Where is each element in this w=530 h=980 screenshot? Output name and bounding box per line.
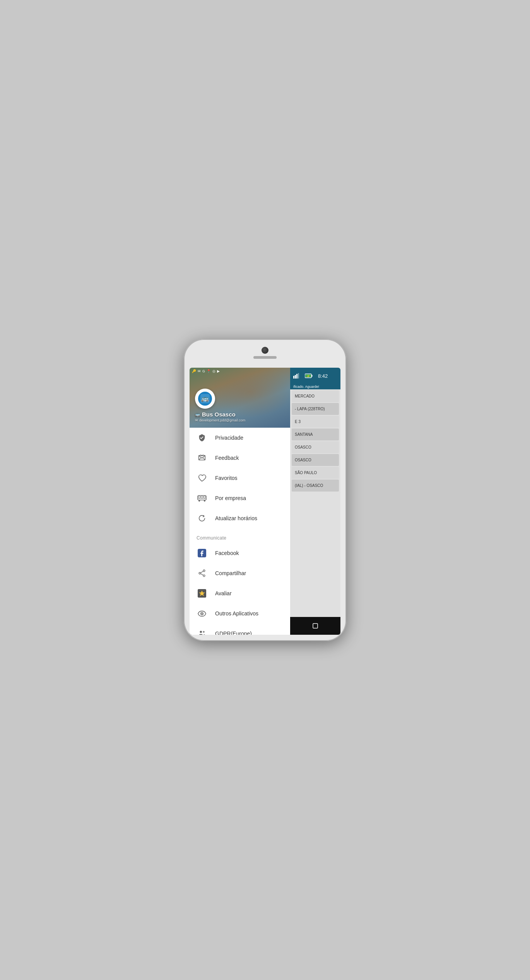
route-item[interactable]: OSASCO <box>292 441 339 453</box>
rate-label: Avaliar <box>215 590 232 596</box>
svg-point-22 <box>202 613 203 614</box>
app-name: 🚌 Bus Osasco <box>195 411 245 418</box>
menu-item-share[interactable]: Compartilhar <box>190 563 290 583</box>
svg-point-23 <box>200 631 202 633</box>
drawer-header: 🔑 ✉ G 📍 ◎ ▶ 🚌 <box>190 368 290 428</box>
by-company-label: Por empresa <box>215 495 246 501</box>
refresh-icon <box>197 513 207 524</box>
route-item[interactable]: SANTANA <box>292 428 339 440</box>
svg-rect-31 <box>312 375 313 377</box>
other-apps-label: Outros Aplicativos <box>215 610 258 617</box>
svg-rect-27 <box>296 374 297 379</box>
svg-rect-26 <box>295 375 296 379</box>
recent-button[interactable] <box>310 620 321 631</box>
svg-rect-28 <box>298 373 299 379</box>
route-item[interactable]: SÃO PAULO <box>292 467 339 479</box>
star-rate-icon <box>197 588 207 599</box>
menu-item-update-schedules[interactable]: Atualizar horários <box>190 508 290 528</box>
phone-screen: 🔑 ✉ G 📍 ◎ ▶ 🚌 <box>190 368 340 635</box>
svg-rect-8 <box>201 496 203 498</box>
svg-point-24 <box>203 631 205 633</box>
people-icon <box>197 628 207 635</box>
svg-line-17 <box>201 574 203 575</box>
menu-item-privacy[interactable]: Privacidade <box>190 428 290 448</box>
svg-point-14 <box>203 570 205 572</box>
browser-icons: ⚡ 8:42 <box>293 373 328 379</box>
signal-icon <box>293 373 299 379</box>
app-email: ✉ development.pdd@gmail.com <box>195 418 245 422</box>
battery-icon: ⚡ <box>305 373 313 379</box>
update-schedules-label: Atualizar horários <box>215 515 257 521</box>
share-icon <box>197 568 207 579</box>
communicate-section-header: Communicate <box>190 531 290 543</box>
shield-icon <box>197 432 207 443</box>
svg-point-11 <box>204 500 205 502</box>
notification-bar: ificado. Aguarde! <box>290 384 340 389</box>
drawer-panel: 🔑 ✉ G 📍 ◎ ▶ 🚌 <box>190 368 290 635</box>
app-logo: 🚌 <box>195 389 215 409</box>
route-item[interactable]: - LAPA (228TRO) <box>292 403 339 415</box>
browser-bar: ⚡ 8:42 <box>290 368 340 384</box>
route-item[interactable]: (IAL) - OSASCO <box>292 480 339 492</box>
svg-point-15 <box>199 572 201 574</box>
svg-point-10 <box>198 500 200 502</box>
camera <box>262 347 268 354</box>
drawer-app-info: 🚌 🚌 Bus Osasco ✉ development.pdd@gmail.c… <box>195 389 245 422</box>
svg-line-18 <box>201 571 203 573</box>
menu-item-other-apps[interactable]: Outros Aplicativos <box>190 603 290 624</box>
phone-frame: 🔑 ✉ G 📍 ◎ ▶ 🚌 <box>184 339 346 641</box>
route-list: MERCADO - LAPA (228TRO) E 3 SANTANA OSAS… <box>290 389 340 492</box>
menu-item-feedback[interactable]: Feedback <box>190 448 290 468</box>
time-display: 8:42 <box>318 373 328 379</box>
route-item[interactable]: E 3 <box>292 416 339 428</box>
svg-point-16 <box>203 575 205 577</box>
svg-rect-36 <box>313 624 318 628</box>
favorites-label: Favoritos <box>215 475 238 481</box>
svg-text:⚡: ⚡ <box>307 375 310 378</box>
svg-rect-7 <box>198 496 200 498</box>
speaker <box>253 356 277 359</box>
svg-text:🚌: 🚌 <box>201 395 209 402</box>
facebook-icon <box>197 548 207 559</box>
svg-rect-9 <box>203 496 205 498</box>
status-icons: 🔑 ✉ G 📍 ◎ ▶ <box>192 369 220 373</box>
menu-item-by-company[interactable]: Por empresa <box>190 488 290 508</box>
share-label: Compartilhar <box>215 570 246 576</box>
route-item[interactable]: MERCADO <box>292 390 339 402</box>
eye-icon <box>197 608 207 619</box>
privacy-label: Privacidade <box>215 435 243 441</box>
menu-item-favorites[interactable]: Favoritos <box>190 468 290 488</box>
menu-item-rate[interactable]: Avaliar <box>190 583 290 603</box>
facebook-label: Facebook <box>215 550 239 556</box>
right-panel: ⚡ 8:42 ificado. Aguarde! MERCADO - LAPA <box>290 368 340 635</box>
route-item[interactable]: OSASCO <box>292 454 339 466</box>
bus-icon <box>197 493 207 504</box>
svg-rect-25 <box>293 376 294 379</box>
feedback-label: Feedback <box>215 455 239 461</box>
heart-icon <box>197 473 207 483</box>
feedback-icon <box>197 452 207 463</box>
menu-item-gdpr[interactable]: GDPR(Europe) <box>190 624 290 635</box>
gdpr-label: GDPR(Europe) <box>215 630 252 635</box>
menu-item-facebook[interactable]: Facebook <box>190 543 290 563</box>
